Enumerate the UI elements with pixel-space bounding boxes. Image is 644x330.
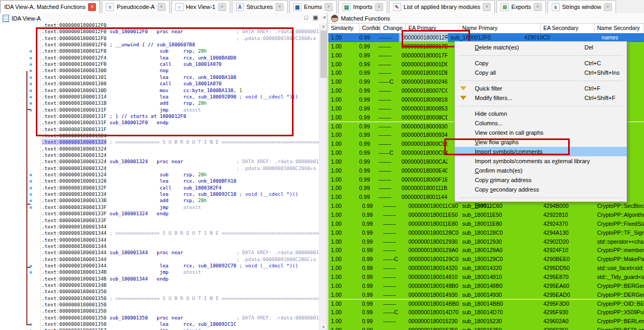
tab-pseudocode-a[interactable]: ≡Pseudocode-A×	[102, 0, 169, 13]
close-icon[interactable]: ×	[218, 3, 226, 11]
window-control-icon[interactable]: ×	[323, 14, 326, 21]
pseudocode-icon: ≡	[106, 3, 114, 11]
close-icon[interactable]: ×	[158, 3, 165, 11]
disasm-line[interactable]: .text:0000000180001344	[0, 237, 319, 243]
close-icon[interactable]: ×	[325, 3, 333, 11]
disasm-line[interactable]: .text:0000000180001324 ; .pdata:00000001…	[0, 165, 319, 172]
table-row[interactable]: 1.000.99-------0000000180014320sub_18001…	[328, 264, 644, 273]
table-row[interactable]: 1.000.99-------0000000180014BB0sub_18001…	[328, 299, 644, 308]
breakpoint-dot-icon	[30, 187, 32, 189]
cell: 4295F3D0	[541, 299, 594, 308]
column-header-name-secondary[interactable]: Name Secondary	[594, 24, 644, 33]
disasm-line[interactable]: .text:000000018000132F call sub_1800382F…	[0, 185, 319, 191]
disasm-line[interactable]: .text:0000000180001350 ; ===============…	[0, 295, 319, 302]
disasm-line[interactable]: .text:0000000180001324 sub rsp, 28h	[0, 172, 319, 178]
scroll-down-icon[interactable]: ▼	[320, 325, 327, 329]
disasm-line[interactable]: .text:0000000180001328 lea rcx, unk_1800…	[0, 178, 319, 184]
disasm-line[interactable]: .text:0000000180001344 ; ===============…	[0, 230, 319, 236]
disasm-text: .text:0000000180001324 ; .pdata:00000001…	[42, 165, 319, 172]
menu-item-import-symbols-comments-as-external-library[interactable]: Import symbols/comments as external libr…	[455, 156, 627, 166]
disasm-line[interactable]: .text:0000000180001357 jmp atexit	[0, 327, 319, 330]
menu-item-label: Columns...	[475, 120, 503, 126]
tab-enums[interactable]: ▦Enums×	[289, 0, 337, 13]
disassembly-scrollbar[interactable]: ▲ ▼	[319, 23, 327, 330]
disasm-line[interactable]: .text:000000018000133F	[0, 217, 319, 224]
menu-item-quick-filter[interactable]: Quick filterCtrl+F	[455, 84, 627, 93]
table-row[interactable]: 1.000.99-------0000000180011E50sub_18001…	[328, 211, 644, 219]
menu-item-copy-primary-address[interactable]: Copy primary address	[455, 175, 627, 185]
window-control-icon[interactable]: ▣	[313, 14, 318, 21]
column-header-ea-secondary[interactable]: EA Secondary	[541, 24, 594, 33]
close-icon[interactable]: ×	[276, 3, 284, 11]
disasm-line[interactable]: .text:0000000180001350 lea rcx, sub_1800…	[0, 321, 319, 327]
disasm-line[interactable]: .text:0000000180001344 lea rcx, sub_1800…	[0, 263, 319, 269]
column-header-name-primary[interactable]: Name Primary	[460, 24, 541, 33]
disasm-line[interactable]: .text:0000000180001324 ; ===============…	[0, 139, 319, 145]
table-row[interactable]: 1.000.99------C0000000180014D70sub_18001…	[328, 308, 644, 317]
cell: 0000000180011E50	[406, 211, 460, 219]
close-icon[interactable]: ×	[375, 3, 383, 11]
window-control-icon[interactable]: □	[305, 14, 308, 21]
disasm-line[interactable]: .text:000000018000133F sub_180001324 end…	[0, 211, 319, 217]
menu-item-modify-filters-[interactable]: Modify filters...Ctrl+Shift+F	[455, 93, 627, 103]
disasm-line[interactable]: .text:0000000180001350	[0, 302, 319, 308]
cell: 1.00	[328, 122, 357, 131]
close-icon[interactable]: ×	[534, 3, 542, 11]
close-icon[interactable]: ×	[483, 3, 491, 11]
menu-item-copy-secondary-address[interactable]: Copy secondary address	[455, 185, 627, 194]
menu-item-label: View context in call graphs	[475, 129, 543, 136]
disasm-line[interactable]: .text:000000018000134B sub_180001344 end…	[0, 276, 319, 282]
table-row[interactable]: 1.000.99-------0000000180015250sub_18001…	[328, 326, 644, 330]
scroll-up-icon[interactable]: ▲	[320, 24, 327, 28]
cell: ------C	[380, 255, 406, 264]
table-row[interactable]: 1.000.99-------00000001800128C0sub_18001…	[328, 228, 644, 237]
disasm-line[interactable]: .text:0000000180001344 sub_180001344 pro…	[0, 249, 319, 256]
disasm-line[interactable]: .text:0000000180001350 sub_180001350 pro…	[0, 315, 319, 321]
table-row[interactable]: 1.000.99------C00000001800129C0sub_18001…	[328, 255, 644, 264]
disasm-line[interactable]: .text:0000000180001350	[0, 288, 319, 295]
disasm-line[interactable]: .text:0000000180001324	[0, 146, 319, 152]
table-row[interactable]: 1.000.99-------0000000180014810sub_18001…	[328, 273, 644, 282]
disasm-line[interactable]: .text:0000000180001334 lea rcx, sub_1800…	[0, 191, 319, 197]
tab-imports[interactable]: ▤Imports×	[338, 0, 387, 13]
menu-item-copy-all[interactable]: Copy allCtrl+Shift+Ins	[455, 68, 627, 77]
table-row[interactable]: 1.000.99-------00000001800129A0sub_18001…	[328, 246, 644, 255]
disasm-line[interactable]: .text:000000018000133F jmp atexit	[0, 204, 319, 211]
disasm-line[interactable]: .text:0000000180001350	[0, 308, 319, 314]
tab-ida-view-a-matched-functions[interactable]: IDA View-A, Matched Functions×	[0, 0, 100, 13]
disasm-line[interactable]: .text:0000000180001344 ; .pdata:00000001…	[0, 256, 319, 263]
menu-item-font-[interactable]: Font...	[455, 201, 627, 210]
cell: 42924370	[541, 219, 594, 228]
disasm-line[interactable]: .text:000000018000134B jmp atexit	[0, 269, 319, 275]
disasm-line[interactable]: .text:0000000180001324	[0, 152, 319, 158]
table-row[interactable]: 1.000.99-------0000000180012930sub_18001…	[328, 237, 644, 246]
scrollbar-thumb[interactable]	[320, 31, 327, 78]
tab-structures[interactable]: AStructures×	[232, 0, 288, 13]
cell: 1.00	[328, 237, 359, 246]
close-icon[interactable]: ×	[88, 3, 96, 11]
tab-hex-view-1[interactable]: ○Hex View-1×	[171, 0, 230, 13]
disasm-line[interactable]: .text:000000018000134B	[0, 282, 319, 288]
table-row[interactable]: 1.000.99-------0000000180015230sub_18001…	[328, 317, 644, 326]
menu-item-hide-column[interactable]: Hide column	[455, 109, 627, 118]
menu-item-delete-match-es-[interactable]: Delete match(es)Del	[455, 43, 627, 52]
table-row[interactable]: 1.000.99-------0000000180011E80sub_18001…	[328, 219, 644, 228]
close-icon[interactable]: ×	[604, 3, 612, 11]
tab-strings-window[interactable]: sStrings window×	[548, 0, 616, 13]
table-row[interactable]: 1.000.99-------0000000180014930sub_18001…	[328, 291, 644, 299]
disasm-line[interactable]: .text:0000000180001344	[0, 243, 319, 249]
menu-shortcut: Ctrl+Shift+F	[584, 93, 616, 103]
cell: 000000018000CA20	[399, 157, 447, 166]
table-row[interactable]: 1.000.99-------00000001800148B0sub_18001…	[328, 282, 644, 291]
menu-item-columns-[interactable]: Columns...	[455, 118, 627, 128]
disasm-line[interactable]: .text:0000000180001324 sub_180001324 pro…	[0, 158, 319, 165]
column-header-similarity[interactable]: Similarity	[328, 24, 359, 33]
menu-item-copy[interactable]: CopyCtrl+C	[455, 58, 627, 68]
menu-item-view-context-in-call-graphs[interactable]: View context in call graphs	[455, 128, 627, 137]
tab-list-of-applied-library-modules[interactable]: ✎List of applied library modules×	[389, 0, 495, 13]
disasm-line[interactable]: .text:000000018000133B add rsp, 28h	[0, 197, 319, 204]
menu-item-confirm-match-es-[interactable]: Confirm match(es)	[455, 166, 627, 175]
column-header-confidence[interactable]: Confidence	[359, 24, 380, 33]
tab-exports[interactable]: ⊞Exports×	[496, 0, 545, 13]
disasm-line[interactable]: .text:0000000180001344	[0, 224, 319, 230]
